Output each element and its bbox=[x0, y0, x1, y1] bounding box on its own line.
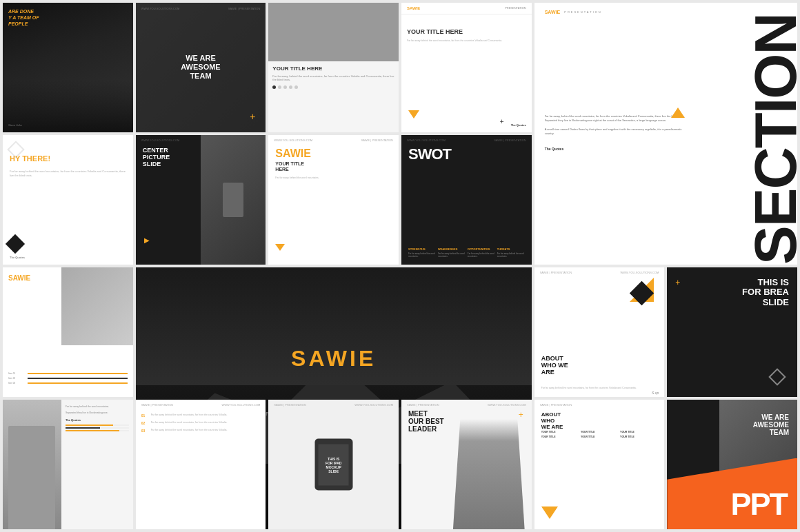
slide-3-dots bbox=[272, 85, 394, 89]
slide-10-label-1: Item 01 bbox=[8, 372, 26, 375]
slide-timeline-item-1: 01 Far far away behind the word mountain… bbox=[141, 413, 261, 418]
slide-hy-there: HY THERE! Far far away behind the word m… bbox=[3, 135, 133, 265]
slide-3-title: YOUR TITLE HERE bbox=[272, 65, 394, 72]
slide-14-fill-3 bbox=[66, 430, 119, 431]
slide-10-sawie: SAWIE bbox=[8, 274, 30, 282]
slide-sawie-title: SAWIE PRESENTATION YOUR TITLE HERE Far f… bbox=[401, 3, 532, 132]
slide-9-opportunities-label: OPPORTUNITIES bbox=[468, 247, 495, 251]
slide-section: SAWIE PRESENTATION Far far away, behind … bbox=[534, 3, 797, 265]
slide-1-line3: PEOPLE bbox=[8, 21, 28, 26]
slide-10-progress-lines: Item 01 Item 02 Item 03 bbox=[8, 372, 128, 387]
slide-leader-header-left: SAWIE | PRESENTATION bbox=[407, 403, 439, 407]
slide-3-dot-4 bbox=[289, 85, 292, 89]
slide-8-header: WWW.YOU-SOLUTIONS.COM SAWIE | PRESENTATI… bbox=[268, 139, 399, 142]
slide-timeline-text-2: Far far away behind the word mountains, … bbox=[151, 421, 228, 424]
slide-9-header: WWW.YOU-SOLUTIONS.COM SAWIE | PRESENTATI… bbox=[401, 139, 532, 142]
slide-9-header-right: SAWIE | PRESENTATION bbox=[494, 139, 526, 142]
slide-sawie-your-title: WWW.YOU-SOLUTIONS.COM SAWIE | PRESENTATI… bbox=[268, 135, 399, 265]
slide-your-title: YOUR TITLE HERE Far far away, behind the… bbox=[268, 3, 399, 132]
slide-10-line-3: Item 03 bbox=[8, 382, 128, 385]
slide-timeline-header: SAWIE | PRESENTATION WWW.YOU-SOLUTIONS.C… bbox=[136, 403, 266, 407]
slide-5-header: SAWIE PRESENTATION bbox=[545, 10, 602, 14]
slide-about2-col1: YOUR TITLE bbox=[541, 431, 579, 433]
slide-9-swot-title: SWOT bbox=[408, 145, 451, 163]
slide-14-text2: Separated they live in Bookmarksgrove. bbox=[66, 411, 129, 415]
slide-14-content: Far far away behind the word mountains. … bbox=[61, 400, 133, 529]
slide-6-title: HY THERE! bbox=[10, 154, 50, 163]
slide-ipad-mockup: SAWIE | PRESENTATION WWW.YOU-SOLUTIONS.C… bbox=[268, 400, 399, 529]
slide-9-weaknesses: WEAKNESSES Far far away behind the word … bbox=[438, 247, 466, 258]
slide-timeline-header-right: WWW.YOU-SOLUTIONS.COM bbox=[222, 403, 261, 407]
slide-about2-triangle bbox=[541, 507, 558, 519]
slide-break: + THIS IS FOR BREA SLIDE bbox=[667, 267, 797, 397]
slide-about2-grid: YOUR TITLE YOUR TITLE YOUR TITLE YOUR TI… bbox=[541, 431, 658, 438]
slide-9-weaknesses-text: Far far away behind the word mountains. bbox=[438, 252, 466, 258]
slide-7-person bbox=[201, 135, 266, 265]
slide-ppt-text: PPT bbox=[730, 487, 787, 522]
slide-9-opportunities: OPPORTUNITIES Far far away behind the wo… bbox=[468, 247, 495, 258]
slide-1-subtitle: Steve Jobs bbox=[8, 123, 22, 127]
slide-10-label-2: Item 02 bbox=[8, 377, 26, 380]
slide-4-title: YOUR TITLE HERE bbox=[407, 28, 526, 35]
slide-ipad-header-right: WWW.YOU-SOLUTIONS.COM bbox=[354, 403, 393, 407]
slide-14-text: Far far away behind the word mountains. bbox=[66, 405, 129, 409]
slide-12-text: Far far away behind the word mountains, … bbox=[541, 387, 658, 390]
slide-14-person-image bbox=[3, 400, 61, 529]
slide-7-person-shape bbox=[223, 183, 243, 217]
slide-4-sawie-logo: SAWIE bbox=[407, 6, 420, 10]
slide-1-line1: ARE DONE bbox=[8, 9, 34, 14]
slide-5-presentation: PRESENTATION bbox=[564, 10, 602, 14]
slide-timeline-item-3: 03 Far far away behind the word mountain… bbox=[141, 429, 261, 433]
slide-swot: WWW.YOU-SOLUTIONS.COM SAWIE | PRESENTATI… bbox=[401, 135, 532, 265]
slide-about2-header-text: SAWIE | PRESENTATION bbox=[540, 403, 572, 407]
slide-9-strengths: STRENGTHS Far far away behind the word m… bbox=[408, 247, 436, 258]
slide-5-body-text2: A small river named Duden flows by their… bbox=[545, 127, 690, 136]
slide-timeline-item-2: 02 Far far away behind the word mountain… bbox=[141, 421, 261, 425]
slide-9-threats: THREATS Far far away behind the word mou… bbox=[497, 247, 525, 258]
slide-ppt-team-title: WE ARE AWESOME TEAM bbox=[753, 413, 789, 436]
slide-8-text: Far far away behind the word mountains. bbox=[275, 176, 392, 180]
slide-4-body-text: Far far away behind the word mountains, … bbox=[407, 39, 526, 43]
slide-leader-header-right: WWW.YOU-SOLUTIONS.COM bbox=[488, 403, 526, 407]
slide-2-title-line1: WE ARE bbox=[181, 54, 220, 63]
slide-3-figure bbox=[308, 8, 359, 61]
slide-14-progress-3 bbox=[66, 430, 129, 431]
slide-3-image bbox=[268, 3, 399, 61]
slide-about2-col3: YOUR TITLE bbox=[620, 431, 657, 433]
slide-8-header-left: WWW.YOU-SOLUTIONS.COM bbox=[274, 139, 312, 142]
slide-7-arrow: ▶ bbox=[144, 236, 150, 244]
slide-1-line2: Y A TEAM of bbox=[8, 15, 39, 20]
slide-awesome-team: WWW.YOU-SOLUTIONS.COM SAWIE | PRESENTATI… bbox=[136, 3, 266, 132]
slide-14-fill-1 bbox=[66, 424, 113, 426]
slide-14-progress-1 bbox=[66, 424, 129, 426]
slide-about2-col1b: YOUR TITLE bbox=[541, 436, 579, 438]
slide-4-header: SAWIE PRESENTATION bbox=[401, 3, 532, 14]
slide-10-bar-1 bbox=[28, 373, 128, 374]
slide-leader-plus: + bbox=[519, 410, 523, 420]
slide-4-body: YOUR TITLE HERE Far far away behind the … bbox=[401, 14, 532, 132]
slide-13-title: THIS IS FOR BREA SLIDE bbox=[742, 278, 789, 307]
slide-9-threats-text: Far far away behind the word mountains. bbox=[497, 252, 525, 258]
slide-meet-leader: SAWIE | PRESENTATION WWW.YOU-SOLUTIONS.C… bbox=[401, 400, 532, 529]
slide-about2-header: SAWIE | PRESENTATION bbox=[534, 403, 665, 407]
slide-5-triangle bbox=[671, 108, 685, 118]
slide-14-figure bbox=[8, 426, 55, 529]
slide-14-fill-2 bbox=[66, 427, 100, 429]
slide-9-strengths-text: Far far away behind the word mountains. bbox=[408, 252, 436, 258]
slide-6-quote: The Quotes bbox=[10, 256, 25, 259]
slide-12-signature: S.op bbox=[652, 391, 659, 395]
slide-3-dot-2 bbox=[278, 85, 281, 89]
slide-12-title: ABOUT WHO WE ARE bbox=[541, 356, 568, 376]
slide-12-header-right: WWW.YOU-SOLUTIONS.COM bbox=[621, 271, 659, 274]
slide-9-header-left: WWW.YOU-SOLUTIONS.COM bbox=[407, 139, 446, 142]
slide-timeline-text-1: Far far away behind the word mountains, … bbox=[151, 413, 228, 417]
slide-ipad-header-left: SAWIE | PRESENTATION bbox=[274, 403, 306, 407]
slide-4-plus: + bbox=[500, 118, 504, 125]
slide-5-quote: The Quotes bbox=[545, 147, 564, 151]
slide-14-quote: The Quotes bbox=[66, 418, 129, 422]
slide-timeline-items: 01 Far far away behind the word mountain… bbox=[141, 413, 261, 436]
slide-leader-person bbox=[453, 419, 525, 529]
slide-3-dot-1 bbox=[272, 85, 276, 89]
slide-10-image bbox=[61, 267, 133, 345]
slide-8-triangle bbox=[275, 244, 285, 251]
